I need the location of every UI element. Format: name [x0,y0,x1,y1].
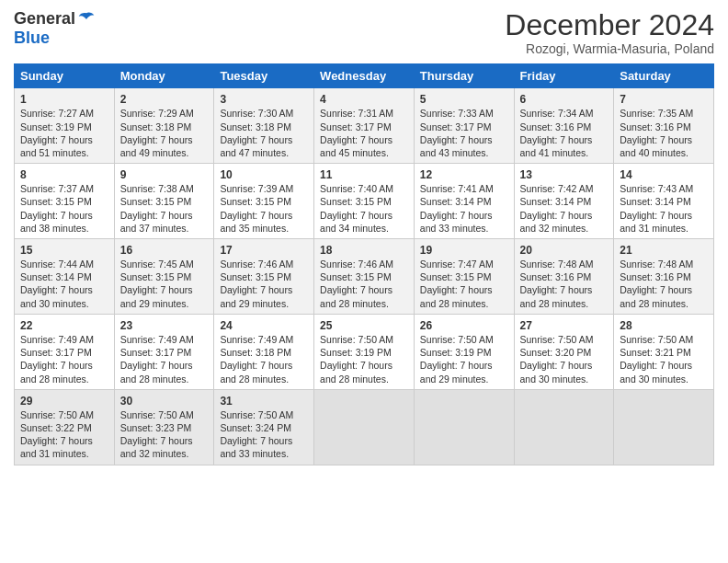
sunset-text: Sunset: 3:18 PM [120,121,209,133]
calendar-cell: 6Sunrise: 7:34 AMSunset: 3:16 PMDaylight… [514,88,614,164]
sunrise-text: Sunrise: 7:30 AM [220,107,308,120]
page-container: General Blue December 2024 Rozogi, Warmi… [0,0,728,475]
daylight-text: Daylight: 7 hours and 38 minutes. [20,209,108,235]
sunrise-text: Sunrise: 7:33 AM [420,107,508,120]
day-number: 8 [20,167,108,182]
sunrise-text: Sunrise: 7:39 AM [220,182,308,195]
day-number: 27 [520,318,609,333]
sunset-text: Sunset: 3:19 PM [20,121,108,133]
sunset-text: Sunset: 3:15 PM [320,195,408,208]
daylight-text: Daylight: 7 hours and 28 minutes. [220,359,308,385]
sunset-text: Sunset: 3:14 PM [20,270,108,283]
sunrise-text: Sunrise: 7:49 AM [220,333,308,346]
sunset-text: Sunset: 3:17 PM [320,121,408,133]
calendar-cell: 30Sunrise: 7:50 AMSunset: 3:23 PMDayligh… [114,389,214,465]
calendar-cell: 15Sunrise: 7:44 AMSunset: 3:14 PMDayligh… [15,238,115,314]
calendar-cell: 13Sunrise: 7:42 AMSunset: 3:14 PMDayligh… [514,164,614,239]
calendar-cell: 4Sunrise: 7:31 AMSunset: 3:17 PMDaylight… [314,88,415,164]
header-saturday: Saturday [614,64,714,88]
day-number: 16 [120,243,209,258]
calendar-cell: 31Sunrise: 7:50 AMSunset: 3:24 PMDayligh… [214,389,314,465]
calendar-cell: 20Sunrise: 7:48 AMSunset: 3:16 PMDayligh… [514,238,614,314]
sunrise-text: Sunrise: 7:48 AM [520,258,609,270]
day-number: 21 [620,243,708,258]
day-number: 31 [220,394,308,408]
day-number: 10 [220,167,308,182]
daylight-text: Daylight: 7 hours and 33 minutes. [220,434,308,460]
header-friday: Friday [514,64,614,88]
calendar-cell: 11Sunrise: 7:40 AMSunset: 3:15 PMDayligh… [314,164,415,239]
sunrise-text: Sunrise: 7:44 AM [20,258,108,270]
calendar-cell: 17Sunrise: 7:46 AMSunset: 3:15 PMDayligh… [214,238,314,314]
daylight-text: Daylight: 7 hours and 29 minutes. [120,283,209,309]
sunrise-text: Sunrise: 7:50 AM [620,333,708,346]
sunset-text: Sunset: 3:14 PM [420,195,508,208]
day-number: 20 [520,243,609,258]
sunrise-text: Sunrise: 7:40 AM [320,182,408,195]
calendar-cell: 24Sunrise: 7:49 AMSunset: 3:18 PMDayligh… [214,314,314,389]
day-number: 12 [420,167,508,182]
calendar-cell: 29Sunrise: 7:50 AMSunset: 3:22 PMDayligh… [15,389,115,465]
daylight-text: Daylight: 7 hours and 28 minutes. [420,283,508,309]
sunrise-text: Sunrise: 7:27 AM [20,107,108,120]
day-number: 24 [220,318,308,333]
day-number: 5 [420,92,508,107]
day-number: 17 [220,243,308,258]
daylight-text: Daylight: 7 hours and 30 minutes. [620,359,708,385]
sunrise-text: Sunrise: 7:50 AM [20,408,108,421]
sunrise-text: Sunrise: 7:49 AM [20,333,108,346]
header-monday: Monday [114,64,214,88]
calendar-row-week-3: 15Sunrise: 7:44 AMSunset: 3:14 PMDayligh… [15,238,714,314]
day-number: 4 [320,92,408,107]
daylight-text: Daylight: 7 hours and 28 minutes. [320,283,408,309]
daylight-text: Daylight: 7 hours and 28 minutes. [20,359,108,385]
sunrise-text: Sunrise: 7:37 AM [20,182,108,195]
title-section: December 2024 Rozogi, Warmia-Masuria, Po… [505,9,714,56]
sunrise-text: Sunrise: 7:41 AM [420,182,508,195]
daylight-text: Daylight: 7 hours and 29 minutes. [420,359,508,385]
sunset-text: Sunset: 3:22 PM [20,421,108,434]
sunset-text: Sunset: 3:16 PM [620,270,708,283]
sunset-text: Sunset: 3:15 PM [220,195,308,208]
logo-blue-text: Blue [14,29,50,48]
daylight-text: Daylight: 7 hours and 49 minutes. [120,133,209,159]
day-number: 3 [220,92,308,107]
header-tuesday: Tuesday [214,64,314,88]
sunset-text: Sunset: 3:20 PM [520,346,609,359]
calendar-cell [614,389,714,465]
daylight-text: Daylight: 7 hours and 32 minutes. [520,209,609,235]
day-number: 23 [120,318,209,333]
daylight-text: Daylight: 7 hours and 30 minutes. [520,359,609,385]
calendar-cell: 25Sunrise: 7:50 AMSunset: 3:19 PMDayligh… [314,314,415,389]
sunset-text: Sunset: 3:19 PM [320,346,408,359]
calendar-row-week-2: 8Sunrise: 7:37 AMSunset: 3:15 PMDaylight… [15,164,714,239]
calendar-row-week-4: 22Sunrise: 7:49 AMSunset: 3:17 PMDayligh… [15,314,714,389]
sunset-text: Sunset: 3:14 PM [520,195,609,208]
day-number: 30 [120,394,209,408]
calendar-cell: 8Sunrise: 7:37 AMSunset: 3:15 PMDaylight… [15,164,115,239]
daylight-text: Daylight: 7 hours and 34 minutes. [320,209,408,235]
calendar-cell: 28Sunrise: 7:50 AMSunset: 3:21 PMDayligh… [614,314,714,389]
calendar-cell: 10Sunrise: 7:39 AMSunset: 3:15 PMDayligh… [214,164,314,239]
header-sunday: Sunday [15,64,115,88]
calendar-cell [514,389,614,465]
sunrise-text: Sunrise: 7:50 AM [320,333,408,346]
calendar-table: SundayMondayTuesdayWednesdayThursdayFrid… [14,63,714,465]
header-wednesday: Wednesday [314,64,415,88]
sunset-text: Sunset: 3:18 PM [220,346,308,359]
sunrise-text: Sunrise: 7:38 AM [120,182,209,195]
day-number: 11 [320,167,408,182]
daylight-text: Daylight: 7 hours and 51 minutes. [20,133,108,159]
day-number: 2 [120,92,209,107]
day-number: 13 [520,167,609,182]
sunrise-text: Sunrise: 7:46 AM [320,258,408,270]
sunrise-text: Sunrise: 7:50 AM [120,408,209,421]
sunrise-text: Sunrise: 7:31 AM [320,107,408,120]
calendar-cell: 1Sunrise: 7:27 AMSunset: 3:19 PMDaylight… [15,88,115,164]
sunrise-text: Sunrise: 7:47 AM [420,258,508,270]
calendar-cell: 7Sunrise: 7:35 AMSunset: 3:16 PMDaylight… [614,88,714,164]
calendar-cell: 9Sunrise: 7:38 AMSunset: 3:15 PMDaylight… [114,164,214,239]
sunset-text: Sunset: 3:24 PM [220,421,308,434]
daylight-text: Daylight: 7 hours and 30 minutes. [20,283,108,309]
sunrise-text: Sunrise: 7:35 AM [620,107,708,120]
